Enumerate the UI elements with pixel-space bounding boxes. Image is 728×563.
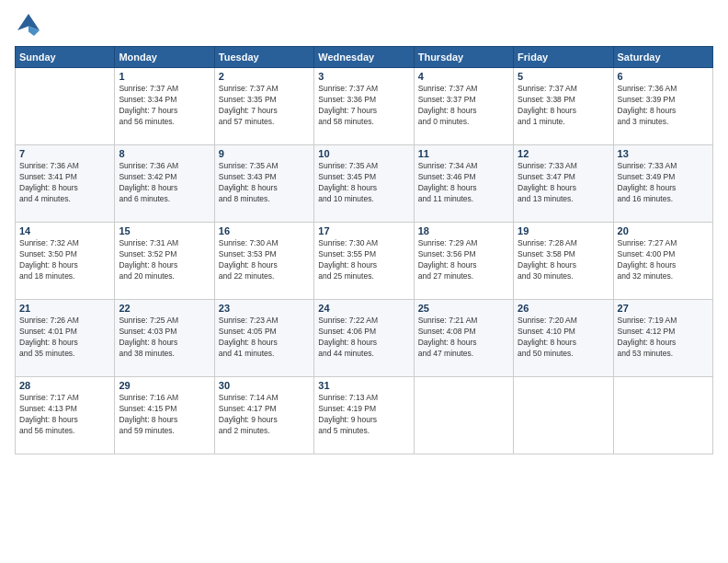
day-number: 9 [219,148,310,159]
calendar-cell [514,377,613,454]
day-number: 5 [518,71,609,82]
day-number: 10 [318,148,409,159]
calendar-cell: 3Sunrise: 7:37 AM Sunset: 3:36 PM Daylig… [314,68,414,145]
day-info: Sunrise: 7:23 AM Sunset: 4:05 PM Dayligh… [219,316,310,360]
day-info: Sunrise: 7:28 AM Sunset: 3:58 PM Dayligh… [518,238,609,282]
day-info: Sunrise: 7:37 AM Sunset: 3:37 PM Dayligh… [418,84,509,128]
calendar-cell: 21Sunrise: 7:26 AM Sunset: 4:01 PM Dayli… [16,300,115,377]
calendar-cell: 20Sunrise: 7:27 AM Sunset: 4:00 PM Dayli… [613,223,712,300]
weekday-header-friday: Friday [514,47,613,68]
day-info: Sunrise: 7:32 AM Sunset: 3:50 PM Dayligh… [19,238,110,282]
calendar-cell: 30Sunrise: 7:14 AM Sunset: 4:17 PM Dayli… [214,377,313,454]
calendar-cell: 9Sunrise: 7:35 AM Sunset: 3:43 PM Daylig… [214,145,313,223]
day-number: 6 [618,71,709,82]
day-number: 4 [418,71,509,82]
day-number: 23 [219,303,310,314]
day-number: 25 [418,303,509,314]
day-number: 1 [119,71,210,82]
day-info: Sunrise: 7:19 AM Sunset: 4:12 PM Dayligh… [618,316,709,360]
calendar-cell [414,377,513,454]
day-number: 28 [19,380,110,391]
calendar-cell: 11Sunrise: 7:34 AM Sunset: 3:46 PM Dayli… [414,145,513,223]
page: SundayMondayTuesdayWednesdayThursdayFrid… [0,0,728,563]
day-info: Sunrise: 7:30 AM Sunset: 3:53 PM Dayligh… [219,238,310,282]
day-info: Sunrise: 7:36 AM Sunset: 3:41 PM Dayligh… [19,161,110,205]
calendar-cell: 2Sunrise: 7:37 AM Sunset: 3:35 PM Daylig… [214,68,313,145]
header [15,11,713,39]
weekday-header-row: SundayMondayTuesdayWednesdayThursdayFrid… [16,47,713,68]
weekday-header-saturday: Saturday [613,47,712,68]
day-number: 31 [318,380,409,391]
day-number: 3 [318,71,409,82]
calendar-cell: 5Sunrise: 7:37 AM Sunset: 3:38 PM Daylig… [514,68,613,145]
calendar-cell: 19Sunrise: 7:28 AM Sunset: 3:58 PM Dayli… [514,223,613,300]
calendar-cell: 13Sunrise: 7:33 AM Sunset: 3:49 PM Dayli… [613,145,712,223]
day-info: Sunrise: 7:29 AM Sunset: 3:56 PM Dayligh… [418,238,509,282]
calendar-cell: 24Sunrise: 7:22 AM Sunset: 4:06 PM Dayli… [314,300,414,377]
day-number: 17 [318,225,409,236]
day-info: Sunrise: 7:37 AM Sunset: 3:34 PM Dayligh… [119,84,210,128]
week-row-1: 7Sunrise: 7:36 AM Sunset: 3:41 PM Daylig… [16,145,713,223]
day-info: Sunrise: 7:20 AM Sunset: 4:10 PM Dayligh… [518,316,609,360]
calendar-cell: 7Sunrise: 7:36 AM Sunset: 3:41 PM Daylig… [16,145,115,223]
day-info: Sunrise: 7:36 AM Sunset: 3:42 PM Dayligh… [119,161,210,205]
day-info: Sunrise: 7:37 AM Sunset: 3:38 PM Dayligh… [518,84,609,128]
calendar-table: SundayMondayTuesdayWednesdayThursdayFrid… [15,46,713,454]
day-number: 24 [318,303,409,314]
calendar-cell: 23Sunrise: 7:23 AM Sunset: 4:05 PM Dayli… [214,300,313,377]
logo [15,11,44,39]
day-info: Sunrise: 7:27 AM Sunset: 4:00 PM Dayligh… [618,238,709,282]
day-number: 12 [518,148,609,159]
day-info: Sunrise: 7:22 AM Sunset: 4:06 PM Dayligh… [318,316,409,360]
calendar-cell: 25Sunrise: 7:21 AM Sunset: 4:08 PM Dayli… [414,300,513,377]
calendar-cell: 8Sunrise: 7:36 AM Sunset: 3:42 PM Daylig… [115,145,214,223]
day-info: Sunrise: 7:33 AM Sunset: 3:47 PM Dayligh… [518,161,609,205]
calendar-cell [16,68,115,145]
week-row-4: 28Sunrise: 7:17 AM Sunset: 4:13 PM Dayli… [16,377,713,454]
day-info: Sunrise: 7:36 AM Sunset: 3:39 PM Dayligh… [618,84,709,128]
week-row-0: 1Sunrise: 7:37 AM Sunset: 3:34 PM Daylig… [16,68,713,145]
weekday-header-monday: Monday [115,47,214,68]
day-info: Sunrise: 7:35 AM Sunset: 3:45 PM Dayligh… [318,161,409,205]
calendar-cell: 14Sunrise: 7:32 AM Sunset: 3:50 PM Dayli… [16,223,115,300]
calendar-cell: 1Sunrise: 7:37 AM Sunset: 3:34 PM Daylig… [115,68,214,145]
day-number: 8 [119,148,210,159]
logo-icon [15,11,42,39]
calendar-cell: 15Sunrise: 7:31 AM Sunset: 3:52 PM Dayli… [115,223,214,300]
day-info: Sunrise: 7:34 AM Sunset: 3:46 PM Dayligh… [418,161,509,205]
day-info: Sunrise: 7:33 AM Sunset: 3:49 PM Dayligh… [618,161,709,205]
calendar-cell [613,377,712,454]
day-info: Sunrise: 7:25 AM Sunset: 4:03 PM Dayligh… [119,316,210,360]
calendar-cell: 18Sunrise: 7:29 AM Sunset: 3:56 PM Dayli… [414,223,513,300]
weekday-header-wednesday: Wednesday [314,47,414,68]
calendar-cell: 6Sunrise: 7:36 AM Sunset: 3:39 PM Daylig… [613,68,712,145]
day-info: Sunrise: 7:31 AM Sunset: 3:52 PM Dayligh… [119,238,210,282]
day-info: Sunrise: 7:37 AM Sunset: 3:35 PM Dayligh… [219,84,310,128]
day-info: Sunrise: 7:35 AM Sunset: 3:43 PM Dayligh… [219,161,310,205]
day-number: 16 [219,225,310,236]
day-info: Sunrise: 7:30 AM Sunset: 3:55 PM Dayligh… [318,238,409,282]
day-number: 14 [19,225,110,236]
day-info: Sunrise: 7:21 AM Sunset: 4:08 PM Dayligh… [418,316,509,360]
day-number: 22 [119,303,210,314]
day-info: Sunrise: 7:13 AM Sunset: 4:19 PM Dayligh… [318,393,409,437]
calendar-cell: 4Sunrise: 7:37 AM Sunset: 3:37 PM Daylig… [414,68,513,145]
calendar-cell: 17Sunrise: 7:30 AM Sunset: 3:55 PM Dayli… [314,223,414,300]
day-info: Sunrise: 7:26 AM Sunset: 4:01 PM Dayligh… [19,316,110,360]
week-row-3: 21Sunrise: 7:26 AM Sunset: 4:01 PM Dayli… [16,300,713,377]
day-info: Sunrise: 7:37 AM Sunset: 3:36 PM Dayligh… [318,84,409,128]
day-info: Sunrise: 7:17 AM Sunset: 4:13 PM Dayligh… [19,393,110,437]
day-number: 26 [518,303,609,314]
day-number: 2 [219,71,310,82]
day-number: 19 [518,225,609,236]
weekday-header-thursday: Thursday [414,47,513,68]
day-number: 13 [618,148,709,159]
calendar-cell: 28Sunrise: 7:17 AM Sunset: 4:13 PM Dayli… [16,377,115,454]
calendar-cell: 26Sunrise: 7:20 AM Sunset: 4:10 PM Dayli… [514,300,613,377]
day-number: 18 [418,225,509,236]
day-number: 15 [119,225,210,236]
day-number: 30 [219,380,310,391]
calendar-cell: 29Sunrise: 7:16 AM Sunset: 4:15 PM Dayli… [115,377,214,454]
day-number: 21 [19,303,110,314]
calendar-cell: 22Sunrise: 7:25 AM Sunset: 4:03 PM Dayli… [115,300,214,377]
